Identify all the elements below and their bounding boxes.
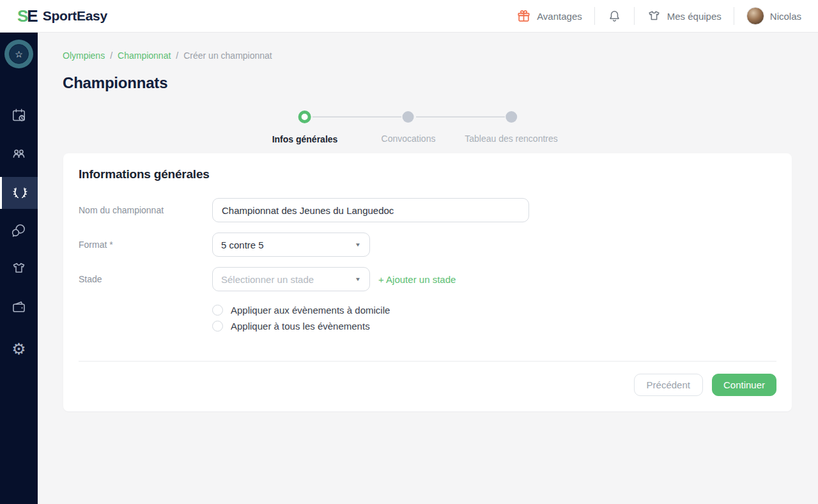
sidebar-item-settings[interactable]: ⚙: [0, 333, 38, 365]
my-teams-label: Mes équipes: [667, 11, 722, 22]
breadcrumb-separator: /: [176, 50, 178, 61]
step-tableau-des-rencontres[interactable]: Tableau des rencontres: [465, 107, 558, 144]
breadcrumb-current: Créer un championnat: [183, 50, 272, 61]
step-dot: [505, 111, 517, 123]
stadium-label: Stade: [79, 274, 212, 284]
general-info-card: Informations générales Nom du championna…: [63, 153, 792, 411]
format-select[interactable]: 5 contre 5 ▼: [212, 233, 370, 257]
chevron-down-icon: ▼: [355, 241, 361, 247]
stadium-select[interactable]: Sélectionner un stade ▼: [212, 267, 370, 291]
progress-stepper: Infos générales Convocations Tableau des…: [38, 107, 818, 145]
apply-options-group: Appliquer aux évènements à domicile Appl…: [212, 302, 776, 334]
step-label: Convocations: [382, 134, 436, 144]
format-selected-value: 5 contre 5: [221, 240, 264, 250]
sidebar-nav: ☆: [0, 33, 38, 504]
gear-icon: ⚙: [12, 341, 26, 357]
page-title: Championnats: [63, 74, 818, 92]
jersey-icon: [11, 261, 27, 279]
card-title: Informations générales: [79, 167, 776, 181]
wallet-icon: [11, 299, 27, 317]
radio-label: Appliquer aux évènements à domicile: [231, 305, 390, 316]
header-divider: [734, 7, 734, 25]
header-divider: [634, 7, 635, 25]
radio-circle-icon: [212, 321, 223, 332]
continue-button[interactable]: Continuer: [712, 374, 776, 396]
sidebar-item-chat[interactable]: [0, 215, 38, 247]
radio-label: Appliquer à tous les évènements: [231, 321, 370, 332]
main-content: Olympiens / Championnat / Créer un champ…: [38, 0, 818, 411]
radio-apply-all-events[interactable]: Appliquer à tous les évènements: [212, 318, 776, 334]
step-dot-active: [298, 111, 311, 123]
calendar-icon: [11, 107, 27, 126]
format-label: Format *: [79, 240, 212, 250]
sidebar-item-wallet[interactable]: [0, 292, 38, 324]
sporteasy-mark: SE: [17, 8, 37, 24]
chat-icon: [11, 222, 27, 241]
sporteasy-wordmark: SportEasy: [43, 8, 107, 24]
team-logo-olympiens[interactable]: ☆: [4, 40, 33, 68]
user-name: Nicolas: [770, 11, 801, 22]
breadcrumb-link-championnat[interactable]: Championnat: [118, 50, 171, 61]
championship-name-row: Nom du championnat: [79, 198, 776, 222]
advantages-label: Avantages: [537, 11, 582, 22]
members-icon: [11, 146, 27, 164]
previous-button[interactable]: Précédent: [634, 374, 703, 396]
card-footer: Précédent Continuer: [79, 374, 776, 396]
championship-name-label: Nom du championnat: [79, 205, 212, 215]
radio-apply-home-events[interactable]: Appliquer aux évènements à domicile: [212, 302, 776, 318]
top-header: SE SportEasy Avantages: [0, 0, 818, 33]
format-row: Format * 5 contre 5 ▼: [79, 233, 776, 257]
card-divider: [79, 361, 776, 362]
bell-icon: [607, 9, 622, 24]
header-actions: Avantages Mes équipes Nicolas: [516, 7, 801, 25]
sidebar-item-members[interactable]: [0, 139, 38, 171]
breadcrumb: Olympiens / Championnat / Créer un champ…: [63, 50, 818, 61]
advantages-button[interactable]: Avantages: [516, 9, 582, 24]
championship-name-input[interactable]: [212, 198, 529, 222]
sidebar-item-championship[interactable]: [0, 177, 38, 209]
add-stadium-link[interactable]: + Ajouter un stade: [378, 274, 456, 285]
user-avatar: [746, 7, 764, 25]
gift-icon: [516, 9, 531, 24]
team-badge-star-icon: ☆: [9, 44, 29, 64]
notifications-button[interactable]: [607, 9, 622, 24]
my-teams-button[interactable]: Mes équipes: [647, 9, 722, 24]
step-label: Infos générales: [272, 134, 338, 144]
step-convocations[interactable]: Convocations: [382, 107, 436, 144]
breadcrumb-link-olympiens[interactable]: Olympiens: [63, 50, 105, 61]
sidebar-item-jerseys[interactable]: [0, 254, 38, 286]
header-divider: [594, 7, 595, 25]
radio-circle-icon: [212, 305, 223, 316]
championship-laurel-icon: [12, 183, 29, 203]
step-label: Tableau des rencontres: [465, 134, 558, 144]
step-infos-generales[interactable]: Infos générales: [272, 107, 338, 144]
sporteasy-logo[interactable]: SE SportEasy: [17, 8, 107, 24]
breadcrumb-separator: /: [110, 50, 112, 61]
step-dot: [403, 111, 414, 123]
chevron-down-icon: ▼: [355, 276, 361, 282]
stadium-placeholder: Sélectionner un stade: [221, 274, 314, 285]
user-menu[interactable]: Nicolas: [746, 7, 801, 25]
stadium-row: Stade Sélectionner un stade ▼ + Ajouter …: [79, 267, 776, 291]
sidebar-item-calendar[interactable]: [0, 100, 38, 132]
jersey-icon: [647, 9, 661, 24]
